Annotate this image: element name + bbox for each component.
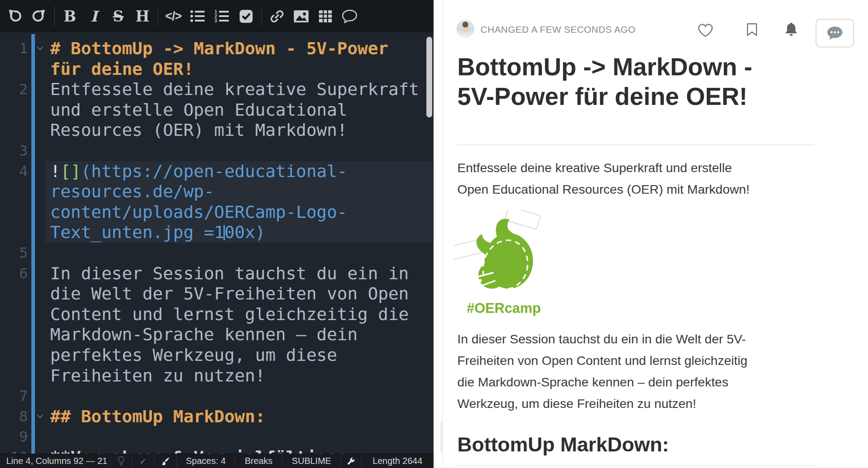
fold-chevron-icon[interactable] <box>36 412 44 420</box>
code-line[interactable]: # BottomUp -> MarkDown - 5V-Power <box>46 39 433 59</box>
title-line: BottomUp -> MarkDown - <box>457 52 829 82</box>
link-button[interactable] <box>265 3 289 29</box>
code-line[interactable]: Resources (OER) mit Markdown! <box>46 120 433 141</box>
comment-bubble-icon <box>826 26 843 41</box>
paragraph-line: Werkzeug, um diese Freiheiten zu nutzen! <box>457 393 825 414</box>
heading-button[interactable]: H <box>130 3 155 29</box>
paragraph-line: Freiheiten von Open Content und lernst g… <box>457 350 825 371</box>
code-line[interactable] <box>46 386 433 407</box>
code-line[interactable]: **Verwahren & Vervielfältigen <box>46 447 433 454</box>
code-line[interactable]: ## BottomUp MarkDown: <box>46 407 433 427</box>
md-text: die Welt der 5V-Freiheiten von Open <box>50 284 409 303</box>
last-changed-label: CHANGED A FEW SECONDS AGO <box>481 24 636 35</box>
editor-scrollbar-thumb[interactable] <box>426 37 432 117</box>
strikethrough-button[interactable]: S <box>106 3 130 29</box>
md-bracket: [] <box>60 161 81 181</box>
code-line[interactable]: Markdown-Sprache kennen – dein <box>46 325 433 345</box>
fold-chevron-icon[interactable] <box>36 44 44 52</box>
line-number <box>0 325 28 345</box>
bookmark-icon[interactable] <box>747 22 757 39</box>
linebreak-setting[interactable]: Breaks <box>235 454 282 468</box>
flame-shape <box>477 219 533 289</box>
image-button[interactable] <box>289 3 313 29</box>
code-line[interactable]: die Welt der 5V-Freiheiten von Open <box>46 284 433 304</box>
lightbulb-icon[interactable] <box>110 454 132 468</box>
md-text: Freiheiten zu nutzen! <box>50 366 265 386</box>
line-number <box>0 284 28 304</box>
markdown-editor-pane: B I S H </> 123 <box>0 0 434 468</box>
svg-text:3: 3 <box>215 18 217 23</box>
line-number: 2 <box>0 79 28 100</box>
notification-bell-icon[interactable] <box>784 22 798 39</box>
code-line[interactable]: Entfessele deine kreative Superkraft <box>46 79 433 100</box>
table-button[interactable] <box>313 3 337 29</box>
comment-button[interactable] <box>337 3 361 29</box>
line-number: 1 <box>0 39 28 59</box>
line-number: 10 <box>0 447 28 454</box>
code-line[interactable] <box>46 427 433 447</box>
app-window: B I S H </> 123 <box>0 0 868 468</box>
line-number <box>0 202 28 223</box>
open-comments-button[interactable] <box>816 19 854 48</box>
code-line[interactable] <box>46 243 433 264</box>
line-number <box>0 120 28 141</box>
indentation-setting[interactable]: Spaces: 4 <box>176 454 235 468</box>
theme-brush-icon[interactable] <box>154 454 176 468</box>
code-line-active[interactable]: content/uploads/OERCamp-Logo- <box>46 202 433 223</box>
md-text: Entfessele deine kreative Superkraft <box>50 79 419 99</box>
numbered-list-button[interactable]: 123 <box>210 3 234 29</box>
spellcheck-status-icon[interactable]: ✓ <box>132 454 154 468</box>
redo-button[interactable] <box>27 3 51 29</box>
logo-caption: #OERcamp <box>467 300 548 316</box>
code-line[interactable]: und erstelle Open Educational <box>46 100 433 121</box>
like-heart-icon[interactable] <box>697 23 713 39</box>
paragraph-line: In dieser Session tauchst du ein in die … <box>457 328 825 350</box>
line-number: 5 <box>0 243 28 264</box>
md-text: Content und lernst gleichzeitig die <box>50 304 409 324</box>
oercamp-logo-image: #OERcamp <box>454 210 548 316</box>
code-line-active[interactable]: resources.de/wp- <box>46 182 433 202</box>
code-button[interactable]: </> <box>161 3 185 29</box>
line-number: 4 <box>0 161 28 182</box>
code-line[interactable] <box>46 141 433 161</box>
toolbar-separator <box>54 6 55 26</box>
md-url: (https://open-educational- <box>81 161 348 181</box>
code-line[interactable]: Content und lernst gleichzeitig die <box>46 304 433 325</box>
checklist-button[interactable] <box>234 3 258 29</box>
md-heading-text: ## BottomUp MarkDown: <box>50 407 265 426</box>
line-number: 8 <box>0 407 28 427</box>
toolbar-separator <box>158 6 158 26</box>
editor-statusbar: Line 4, Columns 92 — 21 ✓ Spaces: 4 Brea… <box>0 454 434 468</box>
line-number-gutter: 1 2 3 4 5 6 7 8 9 10 <box>0 32 28 454</box>
code-line-active[interactable]: ![](https://open-educational- <box>46 161 433 182</box>
italic-button[interactable]: I <box>82 3 106 29</box>
line-number <box>0 100 28 121</box>
editor-text-area[interactable]: # BottomUp -> MarkDown - 5V-Power für de… <box>46 32 433 454</box>
preferences-wrench-icon[interactable] <box>340 454 361 468</box>
keymap-setting[interactable]: SUBLIME <box>282 454 340 468</box>
code-editor[interactable]: 1 2 3 4 5 6 7 8 9 10 <box>0 32 434 454</box>
code-line[interactable]: Freiheiten zu nutzen! <box>46 366 433 386</box>
md-url: resources.de/wp- <box>50 182 214 201</box>
horizontal-rule <box>457 465 814 466</box>
line-number <box>0 366 28 386</box>
tape-piece <box>505 210 541 230</box>
code-line[interactable]: In dieser Session tauchst du ein in <box>46 264 433 284</box>
change-indicator-bar <box>31 34 35 454</box>
bullet-list-button[interactable] <box>185 3 210 29</box>
paragraph-line: Open Educational Resources (OER) mit Mar… <box>457 178 825 200</box>
cursor-position-status: Line 4, Columns 92 — 21 <box>0 454 110 468</box>
editor-toolbar: B I S H </> 123 <box>0 0 434 32</box>
undo-button[interactable] <box>3 3 27 29</box>
document-length-status: Length 2644 <box>361 454 434 468</box>
code-line[interactable]: perfektes Werkzeug, um diese <box>46 345 433 366</box>
line-number <box>0 304 28 325</box>
bold-button[interactable]: B <box>58 3 82 29</box>
toolbar-separator <box>261 6 262 26</box>
avatar[interactable] <box>456 20 474 38</box>
intro-paragraph: Entfessele deine kreative Superkraft und… <box>457 157 825 200</box>
code-line-active[interactable]: Text_unten.jpg =100x) <box>46 222 433 243</box>
code-line[interactable]: für deine OER! <box>46 59 433 80</box>
section-heading: BottomUp MarkDown: <box>457 433 669 456</box>
md-text: In dieser Session tauchst du ein in <box>50 264 409 283</box>
